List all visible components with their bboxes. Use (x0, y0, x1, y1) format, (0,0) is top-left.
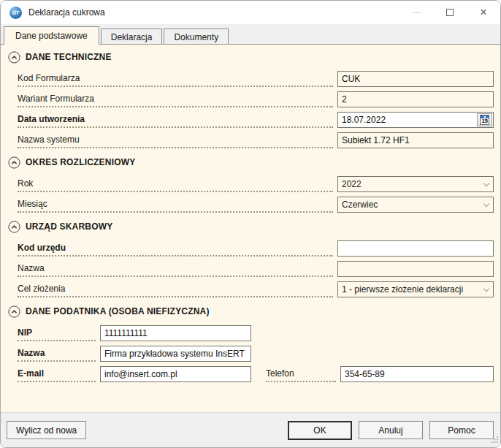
field-row: E-mail Telefon (8, 366, 494, 382)
tab-dokumenty[interactable]: Dokumenty (164, 29, 229, 45)
titlebar[interactable]: GT Deklaracja cukrowa × (1, 1, 500, 24)
dialog-window: GT Deklaracja cukrowa × Dane podstawowe … (0, 0, 501, 448)
nazwa-urzedu-input[interactable] (337, 261, 494, 277)
help-button[interactable]: Pomoc (429, 421, 494, 439)
cancel-button[interactable]: Anuluj (359, 421, 423, 439)
field-row: Cel złożenia 1 - pierwsze złożenie dekla… (8, 281, 494, 297)
telefon-input[interactable] (340, 366, 494, 382)
nazwa-systemu-input[interactable] (337, 132, 494, 148)
selected-value: 1 - pierwsze złożenie deklaracji (342, 284, 463, 295)
rok-select[interactable]: 2022 (337, 176, 494, 192)
field-label: Wariant Formularza (18, 94, 94, 104)
kod-urzedu-input[interactable] (337, 240, 494, 257)
tab-label: Dane podstawowe (15, 31, 88, 41)
chevron-down-icon (483, 180, 489, 186)
tab-deklaracja[interactable]: Deklaracja (101, 29, 163, 45)
field-label: NIP (18, 327, 32, 338)
field-label: Nazwa (18, 348, 45, 358)
button-bar: Wylicz od nowa OK Anuluj Pomoc (1, 412, 500, 447)
minimize-button (399, 1, 433, 24)
form-panel: DANE TECHNICZNE Kod Formularza Wariant F… (1, 45, 500, 412)
field-row: Kod urzędu (8, 240, 494, 257)
miesiac-select[interactable]: Czerwiec (337, 197, 494, 213)
resize-grip[interactable] (492, 433, 499, 446)
field-row: Nazwa systemu (8, 132, 494, 148)
field-label: Nazwa (18, 263, 45, 273)
field-label: Kod urzędu (18, 243, 66, 253)
field-row: Miesiąc Czerwiec (8, 197, 494, 213)
recalculate-button[interactable]: Wylicz od nowa (7, 421, 86, 439)
data-utworzenia-input[interactable] (337, 112, 494, 128)
maximize-icon (446, 9, 454, 16)
collapse-icon[interactable] (8, 51, 20, 64)
chevron-down-icon (483, 285, 489, 291)
field-row: Data utworzenia 15 (8, 112, 494, 128)
insert-gt-logo-icon: GT (9, 7, 22, 19)
tab-label: Dokumenty (174, 32, 218, 42)
field-label: Nazwa systemu (18, 134, 80, 145)
wariant-formularza-input[interactable] (337, 91, 494, 107)
field-row: NIP (8, 325, 494, 341)
collapse-icon[interactable] (8, 221, 20, 233)
data-utworzenia-field: 15 (337, 112, 494, 128)
field-row: Rok 2022 (8, 176, 494, 192)
field-row: Wariant Formularza (8, 91, 494, 107)
kod-formularza-input[interactable] (337, 71, 494, 87)
field-label: Rok (18, 178, 33, 189)
cel-zlozenia-select[interactable]: 1 - pierwsze złożenie deklaracji (337, 281, 494, 297)
field-row: Nazwa (8, 346, 494, 362)
field-label: Data utworzenia (18, 114, 85, 124)
field-row: Kod Formularza (8, 71, 494, 87)
close-button[interactable]: × (467, 1, 500, 24)
field-label: E-mail (18, 368, 44, 379)
window-controls: × (399, 1, 500, 24)
dialog-buttons: OK Anuluj Pomoc (288, 421, 494, 440)
tab-strip: Dane podstawowe Deklaracja Dokumenty (1, 24, 500, 45)
section-header-dane-techniczne: DANE TECHNICZNE (8, 50, 494, 64)
minimize-icon (413, 12, 421, 13)
tab-dane-podstawowe[interactable]: Dane podstawowe (4, 26, 99, 45)
collapse-icon[interactable] (8, 305, 20, 318)
nip-input[interactable] (100, 325, 251, 341)
nazwa-podatnika-input[interactable] (100, 346, 251, 362)
window-title: Deklaracja cukrowa (28, 7, 105, 18)
close-icon: × (480, 6, 487, 18)
section-header-dane-podatnika: DANE PODATNIKA (OSOBA NIEFIZYCZNA) (8, 305, 494, 318)
field-label: Kod Formularza (18, 73, 80, 83)
section-title: URZĄD SKARBOWY (26, 221, 112, 232)
section-header-okres-rozliczeniowy: OKRES ROZLICZENIOWY (8, 156, 494, 169)
tab-label: Deklaracja (111, 32, 153, 42)
selected-value: Czerwiec (342, 200, 378, 210)
section-header-urzad-skarbowy: URZĄD SKARBOWY (8, 220, 494, 233)
selected-value: 2022 (342, 179, 362, 189)
section-title: OKRES ROZLICZENIOWY (26, 157, 135, 167)
calendar-button[interactable]: 15 (477, 113, 492, 126)
calendar-icon: 15 (480, 115, 489, 125)
email-input[interactable] (100, 366, 251, 382)
maximize-button[interactable] (433, 1, 467, 24)
field-label: Miesiąc (18, 199, 47, 209)
section-title: DANE TECHNICZNE (26, 52, 112, 62)
field-row: Nazwa (8, 261, 494, 277)
field-label: Cel złożenia (18, 284, 65, 294)
field-label: Telefon (266, 368, 294, 379)
chevron-down-icon (483, 200, 489, 206)
ok-button[interactable]: OK (288, 421, 352, 440)
collapse-icon[interactable] (8, 156, 20, 169)
section-title: DANE PODATNIKA (OSOBA NIEFIZYCZNA) (26, 306, 210, 316)
